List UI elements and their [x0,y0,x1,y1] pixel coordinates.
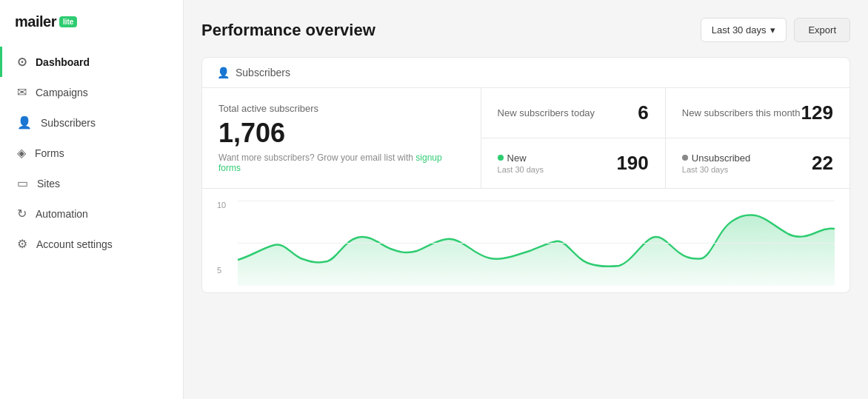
total-active-stat: Total active subscribers 1,706 Want more… [202,88,481,188]
subscribers-icon: 👤 [17,115,32,130]
page-title: Performance overview [201,21,375,40]
new-today-stat: New subscribers today 6 [481,88,666,138]
date-range-label: Last 30 days [712,24,767,36]
campaigns-icon: ✉ [17,85,27,99]
chart-y-mid: 5 [217,266,226,275]
signup-forms-text: Want more subscribers? Grow your email l… [218,152,464,173]
automation-icon: ↻ [17,207,27,221]
sidebar-item-subscribers[interactable]: 👤 Subscribers [0,107,183,138]
sidebar-item-sites[interactable]: ▭ Sites [0,168,183,198]
header-controls: Last 30 days ▾ Export [701,18,850,42]
sidebar-item-label: Campaigns [36,87,88,98]
green-dot-icon [498,155,504,161]
new-dot-label: New [498,152,544,164]
sidebar-item-label: Forms [35,147,64,159]
unsubscribed-dot-label: Unsubscribed [682,152,751,164]
sites-icon: ▭ [17,176,28,190]
forms-icon: ◈ [17,146,26,160]
subscribers-card: 👤 Subscribers Total active subscribers 1… [201,57,850,293]
subscribers-section-label: Subscribers [236,67,290,78]
chart-y-labels: 10 5 [217,201,226,275]
new-today-label: New subscribers today [498,107,595,118]
chevron-down-icon: ▾ [770,24,775,36]
main-nav: ⊙ Dashboard ✉ Campaigns 👤 Subscribers ◈ … [0,47,183,259]
want-more-text: Want more subscribers? Grow your email l… [218,152,413,163]
logo: mailer lite [0,0,183,47]
sidebar: mailer lite ⊙ Dashboard ✉ Campaigns 👤 Su… [0,0,184,399]
unsubscribed-stat: Unsubscribed Last 30 days 22 [666,138,849,188]
chart-area-fill [238,215,835,286]
export-button[interactable]: Export [794,18,850,42]
new-month-value: 129 [801,101,833,124]
chart-container [238,201,835,286]
sidebar-item-account-settings[interactable]: ⚙ Account settings [0,229,183,259]
sidebar-item-label: Automation [36,208,88,220]
subscribers-section-icon: 👤 [217,67,230,78]
logo-badge: lite [59,16,77,27]
sidebar-item-automation[interactable]: ↻ Automation [0,198,183,229]
unsubscribed-sublabel: Last 30 days [682,165,751,174]
unsubscribed-label: Unsubscribed [692,152,751,164]
chart-area: 10 5 [202,189,849,292]
sidebar-item-label: Subscribers [41,117,96,129]
new-month-stat: New subscribers this month 129 [666,88,849,138]
gray-dot-icon [682,155,688,161]
sidebar-item-campaigns[interactable]: ✉ Campaigns [0,77,183,107]
date-range-selector[interactable]: Last 30 days ▾ [701,18,787,42]
new-30-value: 190 [616,152,648,175]
sidebar-item-label: Sites [37,178,60,190]
total-active-label: Total active subscribers [218,103,464,114]
new-label: New [507,152,527,164]
new-month-label: New subscribers this month [682,107,801,118]
new-30-stat: New Last 30 days 190 [481,138,666,188]
chart-y-max: 10 [217,201,226,209]
logo-text: mailer [15,13,56,30]
sidebar-item-label: Account settings [36,238,113,250]
chart-grid-mid [238,243,835,244]
dashboard-icon: ⊙ [17,55,27,69]
page-header: Performance overview Last 30 days ▾ Expo… [201,18,850,42]
settings-icon: ⚙ [17,237,27,251]
chart-grid-top [238,201,835,201]
unsubscribed-value: 22 [812,152,833,175]
new-30-sublabel: Last 30 days [498,165,544,174]
main-content: Performance overview Last 30 days ▾ Expo… [184,0,868,399]
sidebar-item-dashboard[interactable]: ⊙ Dashboard [0,47,183,77]
card-section-header: 👤 Subscribers [202,58,849,88]
sidebar-item-forms[interactable]: ◈ Forms [0,138,183,168]
total-active-value: 1,706 [218,118,464,148]
new-today-value: 6 [638,101,648,124]
sidebar-item-label: Dashboard [36,56,90,68]
